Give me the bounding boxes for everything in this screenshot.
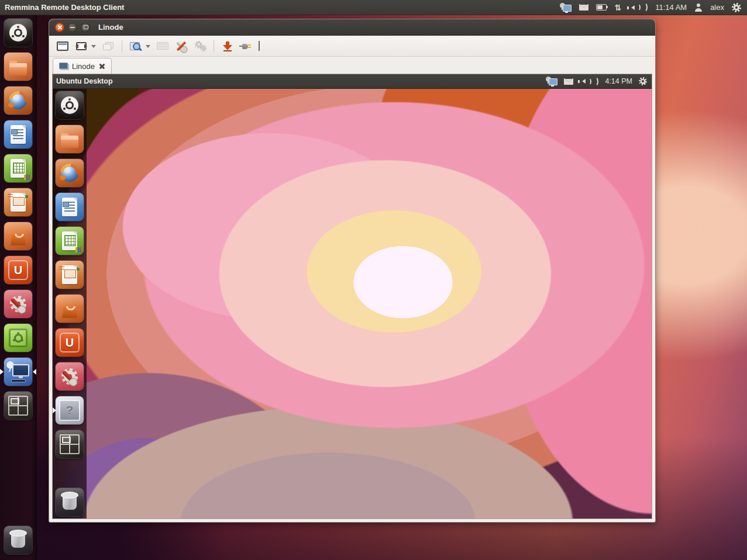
remote-volume-icon[interactable] xyxy=(580,76,598,87)
fit-window-button[interactable] xyxy=(74,39,89,54)
trash-icon xyxy=(11,532,25,548)
workspace-grid-icon xyxy=(60,434,80,454)
tab-close-icon[interactable] xyxy=(98,63,105,70)
remote-launcher-item-system-settings[interactable] xyxy=(56,362,84,390)
username[interactable]: alex xyxy=(710,3,724,12)
window-title: Linode xyxy=(98,23,123,32)
session-gear-icon[interactable] xyxy=(732,2,741,13)
launcher-item-libreoffice-calc[interactable] xyxy=(4,154,32,182)
ubuntu-logo-icon xyxy=(9,24,27,42)
remote-launcher-item-libreoffice-writer[interactable] xyxy=(56,193,84,221)
launcher-item-ubuntu-one[interactable]: U xyxy=(4,256,32,284)
toggle-scaled-mode-button[interactable] xyxy=(128,39,143,54)
trash-icon xyxy=(63,494,77,510)
remote-launcher-item-libreoffice-calc[interactable] xyxy=(56,227,84,255)
toolbar-separator xyxy=(122,40,122,52)
fullscreen-icon xyxy=(57,42,68,51)
remote-launcher-item-unknown-window[interactable]: ? xyxy=(56,396,84,424)
remote-launcher-item-dash-home[interactable] xyxy=(56,91,84,119)
ubuntu-one-icon: U xyxy=(60,333,80,352)
scaled-mode-icon xyxy=(130,42,142,51)
launcher-item-home-folder[interactable] xyxy=(4,53,32,81)
fit-window-dropdown-caret[interactable] xyxy=(91,45,96,50)
duplicate-icon xyxy=(103,42,113,50)
workspace-grid-icon xyxy=(8,396,28,416)
firefox-icon xyxy=(61,164,78,182)
running-indicator-arrow xyxy=(0,369,6,375)
keyboard-icon xyxy=(157,42,168,50)
writer-icon xyxy=(62,198,77,216)
remote-top-panel: Ubuntu Desktop 4:14 PM xyxy=(53,74,652,89)
connection-tabbar: Linode xyxy=(49,57,655,74)
duplicate-connection-button[interactable] xyxy=(101,39,116,54)
user-icon[interactable] xyxy=(694,4,703,12)
host-launcher: U xyxy=(0,15,37,560)
remote-launcher-item-ubuntu-one[interactable]: U xyxy=(56,329,84,357)
remote-session-gear-icon[interactable] xyxy=(639,76,647,87)
remmina-window: Linode Linode xyxy=(49,19,655,522)
folder-icon xyxy=(61,136,78,148)
remote-launcher-item-workspace-switcher[interactable] xyxy=(56,430,84,458)
host-clock[interactable]: 11:14 AM xyxy=(655,3,687,12)
toggle-fullscreen-button[interactable] xyxy=(55,39,70,54)
remote-network-remote-icon[interactable] xyxy=(546,76,557,87)
preferences-button[interactable] xyxy=(192,39,208,54)
remote-launcher-item-libreoffice-impress[interactable] xyxy=(56,261,84,289)
focused-indicator-arrow xyxy=(30,369,36,375)
remote-mail-icon[interactable] xyxy=(564,76,573,87)
network-remote-icon[interactable] xyxy=(560,2,572,13)
remmina-monitor-icon xyxy=(12,364,29,376)
remote-clock[interactable]: 4:14 PM xyxy=(605,77,632,85)
mail-icon[interactable] xyxy=(579,2,588,13)
tab-monitor-icon xyxy=(59,63,68,70)
launcher-item-system-settings[interactable] xyxy=(4,290,32,318)
battery-icon[interactable] xyxy=(596,2,607,13)
launcher-item-firefox[interactable] xyxy=(4,87,32,115)
remote-panel-title: Ubuntu Desktop xyxy=(56,77,113,85)
remote-launcher-item-home-folder[interactable] xyxy=(56,125,84,153)
launcher-item-trash[interactable] xyxy=(4,526,32,554)
sync-arrows-icon[interactable] xyxy=(614,2,621,13)
remote-desktop-view: Ubuntu Desktop 4:14 PM xyxy=(52,74,652,519)
minimize-to-tray-button[interactable] xyxy=(220,39,235,54)
disconnect-button[interactable] xyxy=(239,39,254,54)
tab-label: Linode xyxy=(72,62,95,71)
remote-launcher-item-ubuntu-software-center[interactable] xyxy=(56,295,84,323)
launcher-item-software-updater[interactable] xyxy=(4,324,32,352)
remote-launcher-item-firefox[interactable] xyxy=(56,159,84,187)
question-mark-icon: ? xyxy=(59,400,80,421)
active-app-title: Remmina Remote Desktop Client xyxy=(5,3,124,12)
remote-wallpaper: U ? xyxy=(53,89,652,518)
launcher-item-remmina[interactable] xyxy=(4,358,32,386)
grab-keyboard-button[interactable] xyxy=(155,39,170,54)
tab-linode[interactable]: Linode xyxy=(53,58,112,74)
firefox-icon xyxy=(9,92,27,109)
volume-icon[interactable] xyxy=(629,2,648,13)
toolbar-cursor-line xyxy=(259,41,260,51)
plug-icon xyxy=(240,42,253,50)
remote-launcher-item-trash[interactable] xyxy=(56,488,84,516)
window-minimize-button[interactable] xyxy=(68,23,77,32)
launcher-item-libreoffice-impress[interactable] xyxy=(4,188,32,216)
tools-button[interactable] xyxy=(174,39,189,54)
fit-window-icon xyxy=(76,42,87,50)
scaled-mode-dropdown-caret[interactable] xyxy=(146,45,150,50)
running-indicator-arrow xyxy=(53,407,59,413)
launcher-item-workspace-switcher[interactable] xyxy=(4,392,32,420)
gears-icon xyxy=(194,41,206,51)
remote-launcher: U ? xyxy=(53,89,87,518)
window-titlebar[interactable]: Linode xyxy=(49,19,655,36)
launcher-item-ubuntu-software-center[interactable] xyxy=(4,222,32,250)
folder-icon xyxy=(9,63,27,75)
screen: Remmina Remote Desktop Client 11:14 AM a… xyxy=(0,0,747,560)
shopping-bag-icon xyxy=(11,234,26,246)
shopping-bag-icon xyxy=(62,306,77,318)
launcher-item-dash-home[interactable] xyxy=(4,19,32,47)
window-close-button[interactable] xyxy=(55,23,64,32)
window-maximize-button[interactable] xyxy=(81,23,90,32)
orange-down-arrow-icon xyxy=(222,41,233,51)
ubuntu-one-icon: U xyxy=(8,260,28,280)
remote-indicator-area: 4:14 PM xyxy=(546,76,652,87)
host-indicator-area: 11:14 AM alex xyxy=(560,2,747,13)
launcher-item-libreoffice-writer[interactable] xyxy=(4,120,32,148)
